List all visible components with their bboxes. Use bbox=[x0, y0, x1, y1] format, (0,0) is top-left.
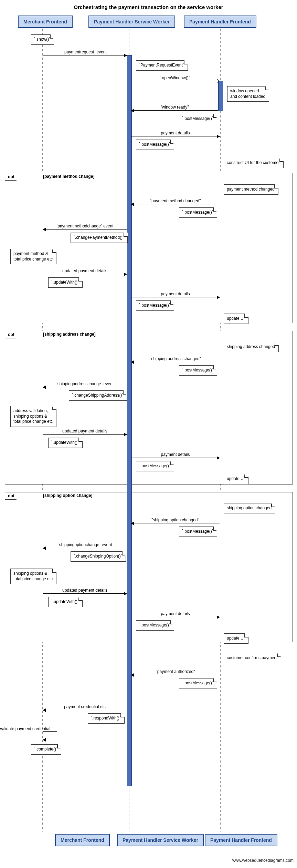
note-so-total: shipping options &total price change etc bbox=[10, 569, 56, 584]
note-complete: `.complete()` bbox=[31, 744, 61, 755]
participant-frontend-top: Payment Handler Frontend bbox=[184, 16, 256, 28]
note-so-changed: shipping option changed bbox=[224, 503, 275, 513]
participant-merchant-bottom: Merchant Frontend bbox=[55, 834, 110, 846]
msg-label: payment details bbox=[131, 292, 220, 296]
msg-label: `paymentmethodchange` event bbox=[43, 224, 127, 228]
note-post3: `.postMessage()` bbox=[179, 207, 217, 218]
msg-label: "shipping option changed" bbox=[131, 518, 220, 522]
note-post6: `.postMessage()` bbox=[136, 461, 174, 471]
note-post2: `.postMessage()` bbox=[136, 140, 174, 150]
msg-sa-updated: updated payment details bbox=[43, 434, 127, 435]
participant-merchant-top: Merchant Frontend bbox=[18, 16, 73, 28]
msg-so-changed: "shipping option changed" bbox=[131, 523, 220, 523]
opt-label: opt bbox=[5, 173, 20, 181]
participant-sw-top: Payment Handler Service Worker bbox=[88, 16, 175, 28]
sequence-diagram: Orchestrating the payment transaction on… bbox=[0, 0, 297, 868]
note-change-so: `.changeShippingOption()` bbox=[71, 551, 126, 562]
msg-so-updated: updated payment details bbox=[43, 593, 127, 594]
activation-frontend-open bbox=[218, 81, 223, 111]
note-update2: `.updateWith()` bbox=[48, 438, 83, 448]
opt-label: opt bbox=[5, 492, 20, 500]
msg-label: `shippingaddresschange` event bbox=[43, 381, 127, 386]
msg-label: `.openWindow()` bbox=[131, 75, 218, 80]
note-post1: `.postMessage()` bbox=[179, 114, 217, 124]
msg-window-ready: "window ready" bbox=[131, 110, 218, 111]
msg-label: "window ready" bbox=[131, 105, 218, 110]
msg-paymentrequest: `paymentrequest` event bbox=[43, 55, 127, 55]
msg-label: updated payment details bbox=[43, 429, 127, 433]
note-post9: `.postMessage()` bbox=[179, 678, 217, 688]
msg-label: payment details bbox=[131, 611, 220, 616]
msg-label: updated payment details bbox=[43, 588, 127, 593]
msg-credential: payment credential etc bbox=[43, 710, 127, 710]
note-pm-total: payment method &total price change etc bbox=[10, 249, 56, 264]
participant-frontend-bottom: Payment Handler Frontend bbox=[205, 834, 277, 846]
note-post5: `.postMessage()` bbox=[179, 365, 217, 376]
note-confirm: customer confirms payment bbox=[224, 653, 281, 663]
msg-label: `shippingoptionchange` event bbox=[43, 542, 127, 547]
note-post8: `.postMessage()` bbox=[136, 620, 174, 631]
opt-label: opt bbox=[5, 331, 20, 338]
note-window-opened: window openedand content loaded bbox=[227, 86, 269, 102]
msg-label: `paymentrequest` event bbox=[43, 50, 127, 54]
msg-label: "shipping address changed" bbox=[131, 356, 220, 361]
opt-frame-so: opt [shipping option change] bbox=[5, 492, 293, 642]
msg-openwindow: `.openWindow()` bbox=[131, 81, 218, 81]
note-update3: `.updateWith()` bbox=[48, 597, 83, 607]
msg-authorized: "payment authorized" bbox=[131, 675, 220, 675]
msg-sa-details: payment details bbox=[131, 458, 220, 458]
msg-pm-updated: updated payment details bbox=[43, 274, 127, 274]
note-update-ui3: update UI bbox=[224, 633, 248, 644]
attribution: www.websequencediagrams.com bbox=[232, 858, 294, 863]
msg-pm-changed: "payment method changed" bbox=[131, 204, 220, 204]
opt-condition-pm: [payment method change] bbox=[43, 174, 94, 179]
note-update1: `.updateWith()` bbox=[48, 277, 83, 288]
note-update-ui1: update UI bbox=[224, 314, 248, 324]
note-construct-ui: construct UI for the customer bbox=[224, 158, 284, 168]
msg-label: updated payment details bbox=[43, 268, 127, 273]
note-update-ui2: update UI bbox=[224, 474, 248, 484]
note-pre: `PaymentRequestEvent` bbox=[136, 60, 188, 71]
msg-pm-event: `paymentmethodchange` event bbox=[43, 229, 127, 229]
msg-sa-changed: "shipping address changed" bbox=[131, 362, 220, 362]
note-addr-valid: address validation,shipping options &tot… bbox=[10, 406, 56, 427]
note-post4: `.postMessage()` bbox=[136, 300, 174, 311]
msg-so-event: `shippingoptionchange` event bbox=[43, 548, 127, 548]
msg-payment-details-1: payment details bbox=[131, 136, 220, 136]
opt-condition-sa: [shipping address change] bbox=[43, 332, 96, 337]
opt-condition-so: [shipping option change] bbox=[43, 493, 92, 498]
msg-label: payment details bbox=[131, 452, 220, 457]
note-respond: `.respondWith()` bbox=[88, 713, 125, 724]
msg-label: "payment authorized" bbox=[131, 669, 220, 674]
note-show: `.show()` bbox=[31, 34, 54, 45]
note-sa-changed: shipping address changed bbox=[224, 342, 279, 352]
msg-label: "payment method changed" bbox=[131, 198, 220, 203]
note-change-pm: `.changePaymentMethod()` bbox=[71, 233, 128, 243]
label-validate: validate payment credential bbox=[0, 726, 50, 731]
msg-sa-event: `shippingaddresschange` event bbox=[43, 387, 127, 387]
note-post7: `.postMessage()` bbox=[179, 527, 217, 537]
note-pm-changed: payment method changed bbox=[224, 184, 278, 195]
msg-pm-details: payment details bbox=[131, 297, 220, 297]
diagram-title: Orchestrating the payment transaction on… bbox=[0, 4, 297, 10]
selfloop-validate bbox=[43, 731, 57, 740]
msg-label: payment credential etc bbox=[43, 704, 127, 709]
note-change-sa: `.changeShippingAddress()` bbox=[69, 390, 127, 401]
participant-sw-bottom: Payment Handler Service Worker bbox=[117, 834, 204, 846]
msg-so-details: payment details bbox=[131, 617, 220, 617]
msg-label: payment details bbox=[131, 131, 220, 135]
